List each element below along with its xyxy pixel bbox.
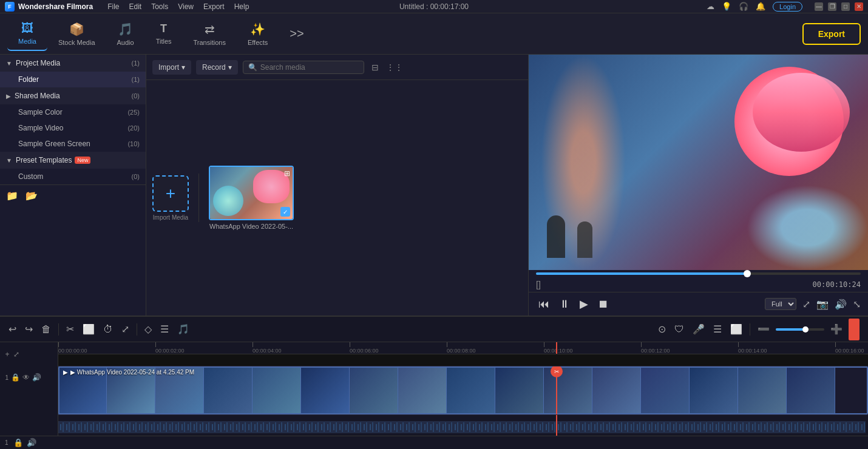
media-divider xyxy=(198,174,199,222)
menu-export[interactable]: Export xyxy=(203,2,225,11)
filter-icon[interactable]: ⊟ xyxy=(371,62,379,72)
zoom-in-button[interactable]: ➕ xyxy=(828,321,845,337)
sample-green-screen-item[interactable]: Sample Green Screen (10) xyxy=(0,136,146,152)
header-right-controls: ☁ 💡 🎧 🔔 Login — ❐ □ ✕ xyxy=(707,2,863,12)
cut-button[interactable]: ✂ xyxy=(64,321,76,337)
open-folder-icon[interactable]: 📂 xyxy=(25,190,38,201)
snap-icon[interactable]: ⤢ xyxy=(13,350,19,359)
import-button[interactable]: Import ▾ xyxy=(152,60,191,75)
play-button[interactable]: ▶ xyxy=(577,296,591,312)
speed-button[interactable]: ⏱ xyxy=(101,322,115,337)
undo-button[interactable]: ↩ xyxy=(6,321,19,337)
audio-track xyxy=(58,415,868,436)
expand-button[interactable]: ⤡ xyxy=(853,299,861,310)
custom-item[interactable]: Custom (0) xyxy=(0,169,146,184)
list-item[interactable]: ⊞ ✓ WhatsApp Video 2022-05-... xyxy=(209,166,294,230)
speaker-track-icon[interactable]: 🔊 xyxy=(32,373,41,382)
audio-waveform-button[interactable]: 🎵 xyxy=(175,321,192,337)
grid-view-icon[interactable]: ⋮⋮ xyxy=(386,62,403,72)
maximize-button[interactable]: □ xyxy=(841,2,850,11)
timeline-left-bar: + ⤢ 1 🔒 👁 🔊 xyxy=(0,342,58,436)
record-button[interactable]: Record ▾ xyxy=(196,60,238,75)
export-button[interactable]: Export xyxy=(802,23,861,45)
empty-zone xyxy=(58,354,868,366)
zoom-bar[interactable] xyxy=(776,328,824,331)
zoom-out-button[interactable]: ➖ xyxy=(755,321,772,337)
toolbar-more[interactable]: >> xyxy=(279,22,314,46)
custom-count: (0) xyxy=(132,173,140,180)
audio-track-button[interactable]: 🎤 xyxy=(690,321,707,337)
ruler-mark-1: 00:00:02:00 xyxy=(155,342,185,354)
sample-video-label: Sample Video xyxy=(18,124,64,132)
quality-select[interactable]: Full xyxy=(765,298,796,310)
zoom-handle[interactable] xyxy=(802,326,809,333)
speaker-icon-bottom[interactable]: 🔊 xyxy=(27,438,36,447)
snapshot-button[interactable]: 📷 xyxy=(816,299,829,310)
step-back-button[interactable]: ⏮ xyxy=(536,297,552,312)
effects-label: Effects xyxy=(248,39,268,46)
search-input[interactable] xyxy=(260,63,359,72)
menu-edit[interactable]: Edit xyxy=(129,2,141,11)
sample-video-item[interactable]: Sample Video (20) xyxy=(0,120,146,136)
pause-button[interactable]: ⏸ xyxy=(557,297,572,312)
timeline-ruler: 00:00:00:00 00:00:02:00 00:00:04:00 00:0… xyxy=(58,342,868,354)
sample-color-item[interactable]: Sample Color (25) xyxy=(0,104,146,120)
cloud-icon[interactable]: ☁ xyxy=(707,2,714,11)
toolbar-media[interactable]: 🖼 Media xyxy=(7,16,47,51)
notification-icon[interactable]: 🔔 xyxy=(756,2,765,11)
menu-file[interactable]: File xyxy=(107,2,119,11)
toolbar-stock-media[interactable]: 📦 Stock Media xyxy=(47,17,106,51)
sample-color-label: Sample Color xyxy=(18,108,63,116)
preset-templates-header[interactable]: ▼ Preset Templates New xyxy=(0,152,146,169)
toolbar-titles[interactable]: T Titles xyxy=(145,18,183,50)
crop-button[interactable]: ⬜ xyxy=(80,321,97,337)
preset-templates-arrow: ▼ xyxy=(6,157,12,164)
delete-button[interactable]: 🗑 xyxy=(39,322,53,337)
login-button[interactable]: Login xyxy=(773,2,802,12)
bulb-icon[interactable]: 💡 xyxy=(722,2,731,11)
toolbar-transitions[interactable]: ⇄ Transitions xyxy=(183,17,237,51)
progress-bar[interactable] xyxy=(536,272,861,275)
menu-view[interactable]: View xyxy=(178,2,194,11)
bracket-right[interactable]: ] xyxy=(538,280,541,289)
lock-icon-bottom[interactable]: 🔒 xyxy=(13,438,23,447)
media-thumbnail-0[interactable]: ⊞ ✓ xyxy=(209,166,294,220)
titles-icon: T xyxy=(160,22,167,35)
restore-button[interactable]: ❐ xyxy=(828,2,836,11)
headphone-icon[interactable]: 🎧 xyxy=(739,2,748,11)
window-controls: — ❐ □ ✕ xyxy=(815,2,863,11)
add-track-button[interactable]: ☰ xyxy=(711,321,724,337)
project-media-header[interactable]: ▼ Project Media (1) xyxy=(0,55,146,72)
diamond-button[interactable]: ◇ xyxy=(142,321,154,337)
stop-button[interactable]: ⏹ xyxy=(595,297,611,312)
close-button[interactable]: ✕ xyxy=(855,2,863,11)
new-folder-icon[interactable]: 📁 xyxy=(6,190,18,201)
track-number-bottom-1: 1 xyxy=(5,439,8,446)
audio-waveform xyxy=(58,415,866,436)
fullscreen-button[interactable]: ⤢ xyxy=(802,299,810,310)
mask-button[interactable]: 🛡 xyxy=(672,322,687,337)
menu-help[interactable]: Help xyxy=(234,2,249,11)
add-track-icon[interactable]: + xyxy=(5,350,10,359)
folder-item[interactable]: Folder (1) xyxy=(0,72,146,87)
insert-button[interactable]: ⬜ xyxy=(728,321,745,337)
motion-blur-button[interactable]: ⊙ xyxy=(656,321,668,337)
redo-button[interactable]: ↪ xyxy=(22,321,35,337)
transitions-label: Transitions xyxy=(194,39,226,46)
project-media-count: (1) xyxy=(132,59,140,67)
toolbar-effects[interactable]: ✨ Effects xyxy=(237,17,279,51)
eye-track-icon[interactable]: 👁 xyxy=(22,373,30,382)
shared-media-header[interactable]: ▶ Shared Media (0) xyxy=(0,87,146,104)
import-placeholder[interactable]: + Import Media xyxy=(152,175,189,221)
fullscreen-tl-button[interactable]: ⤢ xyxy=(119,321,132,337)
minimize-button[interactable]: — xyxy=(815,2,823,11)
progress-handle[interactable] xyxy=(744,270,751,277)
menu-tools[interactable]: Tools xyxy=(151,2,168,11)
volume-button[interactable]: 🔊 xyxy=(835,299,847,310)
film-frame-11 xyxy=(592,366,641,414)
lock-track-icon[interactable]: 🔒 xyxy=(11,373,20,382)
stock-media-icon: 📦 xyxy=(69,22,84,36)
toolbar-audio[interactable]: 🎵 Audio xyxy=(106,17,145,51)
import-dropdown-arrow: ▾ xyxy=(181,63,185,72)
audio-mixer-button[interactable]: ☰ xyxy=(158,321,171,337)
